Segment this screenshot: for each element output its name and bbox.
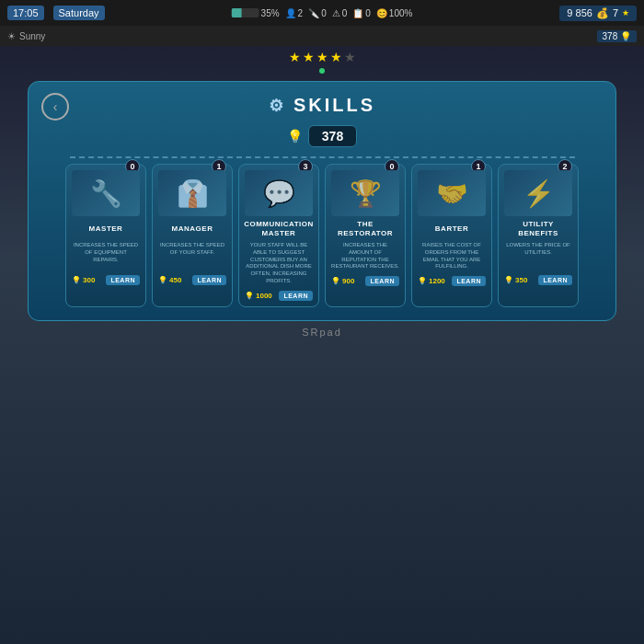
rep-display: 378 💡 (597, 30, 637, 42)
skill-desc-utility: LOWERS THE PRICE OF UTILITIES. (504, 242, 572, 270)
happiness-pct: 100% (389, 8, 413, 18)
star-2: ★ (303, 50, 315, 64)
skill-cost-communication: 💡 1000 (245, 292, 272, 300)
cost-val-manager: 450 (169, 276, 181, 284)
learn-btn-manager[interactable]: LEARN (192, 275, 226, 285)
star-icon-small: ★ (622, 8, 629, 17)
indicator-row (0, 66, 644, 75)
skill-card-utility: 2 ⚡ UTILITY BENEFITS LOWERS THE PRICE OF… (498, 164, 579, 307)
learn-btn-communication[interactable]: LEARN (279, 291, 313, 301)
learn-btn-master[interactable]: LEARN (106, 275, 140, 285)
skills-icon: ⚙ (269, 96, 286, 116)
star-1: ★ (289, 50, 301, 64)
game-screen: 17:05 Saturday 35% 👤 2 🔪 0 ⚠ 0 (0, 0, 644, 644)
skill-img-utility: ⚡ (504, 170, 572, 216)
orders-stat: 🔪 0 (308, 8, 327, 18)
skill-footer-communication: 💡 1000 LEARN (245, 291, 313, 301)
stars-bar: ★ ★ ★ ★ ★ (0, 46, 644, 66)
star-count: 7 (613, 7, 618, 18)
extra-icon: 📋 (352, 8, 363, 18)
alerts-icon: ⚠ (332, 8, 340, 18)
points-value: 378 (322, 129, 343, 144)
cost-val-barter: 1200 (429, 277, 445, 285)
back-icon: ‹ (53, 99, 58, 114)
skill-person-restorator: 🏆 (350, 178, 382, 209)
top-bar-right: 9 856 💰 7 ★ (559, 6, 637, 21)
bulb-cost-utility: 💡 (504, 276, 513, 284)
star-3: ★ (316, 50, 328, 64)
orders-count: 0 (321, 8, 327, 18)
skill-name-barter: BARTER (418, 220, 486, 238)
bulb-cost-communication: 💡 (245, 292, 254, 300)
points-badge: 378 (308, 125, 357, 147)
skill-desc-master: INCREASES THE SPEED OF EQUIPMENT REPAIRS… (72, 242, 140, 270)
skill-card-master: 0 🔧 MASTER INCREASES THE SPEED OF EQUIPM… (65, 164, 146, 307)
skill-footer-restorator: 💡 900 LEARN (331, 276, 399, 286)
bulb-icon-main: 💡 (287, 129, 303, 144)
rep-value: 378 (603, 31, 618, 41)
alerts-count: 0 (342, 8, 348, 18)
extra-stat: 📋 0 (352, 8, 371, 18)
money-display: 9 856 💰 7 ★ (559, 6, 637, 21)
capacity-pct: 35% (261, 8, 280, 18)
skill-footer-barter: 💡 1200 LEARN (418, 276, 486, 286)
capacity-bar (232, 8, 259, 17)
skill-person-manager: 👔 (177, 178, 209, 209)
skill-card-manager: 1 👔 MANAGER INCREASES THE SPEED OF YOUR … (152, 164, 233, 307)
star-5: ★ (344, 50, 356, 64)
capacity-stat: 35% (232, 8, 280, 18)
points-row: 💡 378 (41, 125, 603, 147)
skill-cost-manager: 💡 450 (158, 276, 181, 284)
cost-val-restorator: 900 (342, 277, 354, 285)
top-bar-left: 17:05 Saturday (7, 6, 105, 20)
skill-desc-communication: YOUR STAFF WILL BE ABLE TO SUGGEST CUSTO… (245, 242, 313, 285)
skill-cost-barter: 💡 1200 (418, 277, 445, 285)
learn-btn-restorator[interactable]: LEARN (365, 276, 399, 286)
skill-cost-restorator: 💡 900 (331, 277, 354, 285)
coin-icon: 💰 (596, 7, 609, 19)
skill-name-utility: UTILITY BENEFITS (504, 220, 572, 238)
skill-name-restorator: THE RESTORATOR (331, 220, 399, 238)
weather-text: Sunny (19, 31, 45, 41)
skills-grid: 0 🔧 MASTER INCREASES THE SPEED OF EQUIPM… (41, 164, 603, 307)
skill-person-utility: ⚡ (523, 178, 555, 209)
bulb-cost-restorator: 💡 (331, 277, 340, 285)
alerts-stat: ⚠ 0 (332, 8, 348, 18)
skill-card-restorator: 0 🏆 THE RESTORATOR INCREASES THE AMOUNT … (325, 164, 406, 307)
skill-card-barter: 1 🤝 BARTER RAISES THE COST OF ORDERS FRO… (411, 164, 492, 307)
skill-footer-master: 💡 300 LEARN (72, 275, 140, 285)
bulb-cost-master: 💡 (72, 276, 81, 284)
orders-icon: 🔪 (308, 8, 319, 18)
skill-name-communication: COMMUNICATION MASTER (245, 220, 313, 238)
bottom-label: SRpad (0, 327, 644, 338)
bulb-icon-small: 💡 (620, 31, 631, 41)
learn-btn-utility[interactable]: LEARN (538, 275, 572, 285)
sun-icon: ☀ (7, 31, 16, 41)
skill-img-master: 🔧 (72, 170, 140, 216)
skill-person-master: 🔧 (90, 178, 122, 209)
star-4: ★ (330, 50, 342, 64)
skill-name-manager: MANAGER (158, 220, 226, 238)
weather-info: ☀ Sunny (7, 31, 45, 41)
skill-img-communication: 💬 (245, 170, 313, 216)
cost-val-master: 300 (83, 276, 95, 284)
back-button[interactable]: ‹ (41, 93, 69, 121)
green-dot (319, 68, 325, 74)
skills-panel: 🐟 ‹ ⚙ SKILLS 💡 378 0 🔧 (28, 81, 616, 321)
skill-cost-master: 💡 300 (72, 276, 95, 284)
skill-person-barter: 🤝 (436, 178, 468, 209)
skill-cost-utility: 💡 350 (504, 276, 527, 284)
skill-card-communication: 3 💬 COMMUNICATION MASTER YOUR STAFF WILL… (238, 164, 319, 307)
skill-name-master: MASTER (72, 220, 140, 238)
bulb-cost-manager: 💡 (158, 276, 167, 284)
skill-desc-manager: INCREASES THE SPEED OF YOUR STAFF. (158, 242, 226, 270)
learn-btn-barter[interactable]: LEARN (452, 276, 486, 286)
top-bar-center: 35% 👤 2 🔪 0 ⚠ 0 📋 0 😊 100% (232, 8, 413, 18)
cost-val-communication: 1000 (256, 292, 272, 300)
capacity-fill (232, 8, 242, 17)
skill-footer-utility: 💡 350 LEARN (504, 275, 572, 285)
workers-stat: 👤 2 (285, 8, 304, 18)
workers-count: 2 (298, 8, 304, 18)
skill-img-manager: 👔 (158, 170, 226, 216)
skill-img-restorator: 🏆 (331, 170, 399, 216)
